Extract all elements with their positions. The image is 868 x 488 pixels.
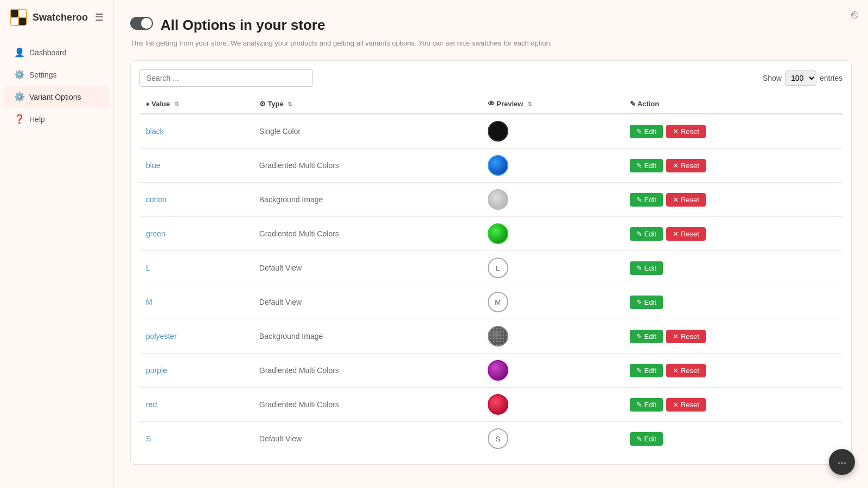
edit-button[interactable]: ✎ Edit (630, 159, 663, 172)
app-name: Swatcheroo (33, 12, 88, 23)
edit-button[interactable]: ✎ Edit (630, 364, 663, 377)
reset-button[interactable]: ✕ Reset (666, 330, 706, 343)
edit-icon: ✎ (636, 435, 642, 443)
edit-button[interactable]: ✎ Edit (630, 125, 663, 138)
reset-button[interactable]: ✕ Reset (666, 125, 706, 138)
swatch-circle (488, 121, 508, 142)
settings-icon: ⚙️ (14, 69, 25, 80)
sidebar: Swatcheroo ☰ 👤 Dashboard ⚙️ Settings ⚙️ … (0, 0, 114, 488)
swatch-circle: S (488, 428, 508, 449)
svg-rect-3 (11, 18, 18, 25)
table-row: redGradiented Multi Colors✎ Edit✕ Reset (139, 388, 843, 422)
col-preview: 👁 Preview ⇅ (481, 94, 623, 114)
value-cell: green (139, 217, 253, 251)
type-col-icon: ⚙ (259, 100, 268, 108)
action-cell: ✎ Edit✕ Reset (623, 114, 843, 149)
edit-button[interactable]: ✎ Edit (630, 432, 663, 446)
sidebar-item-label: Variant Options (29, 93, 81, 101)
value-col-icon: ♦ (146, 100, 151, 108)
preview-cell: L (481, 251, 623, 285)
action-col-icon: ✎ (630, 100, 637, 108)
swatch-circle (488, 360, 508, 381)
reset-button[interactable]: ✕ Reset (666, 398, 706, 412)
type-cell: Single Color (253, 114, 481, 149)
reset-icon: ✕ (673, 332, 679, 341)
reset-button[interactable]: ✕ Reset (666, 159, 706, 172)
action-cell: ✎ Edit✕ Reset (623, 319, 843, 354)
reset-button[interactable]: ✕ Reset (666, 193, 706, 207)
edit-button[interactable]: ✎ Edit (630, 261, 663, 275)
table-container: Show 100 50 25 10 entries ♦ Value ⇅ (130, 60, 852, 465)
edit-icon: ✎ (636, 230, 642, 238)
type-cell: Gradiented Multi Colors (253, 217, 481, 251)
edit-button[interactable]: ✎ Edit (630, 193, 663, 207)
sidebar-header: Swatcheroo ☰ (0, 0, 113, 35)
sidebar-item-label: Help (29, 115, 45, 124)
table-row: blueGradiented Multi Colors✎ Edit✕ Reset (139, 149, 843, 183)
action-cell: ✎ Edit✕ Reset (623, 183, 843, 217)
edit-icon: ✎ (636, 367, 642, 375)
action-cell: ✎ Edit✕ Reset (623, 217, 843, 251)
page-subtitle: This list getting from your store. We an… (130, 39, 852, 47)
reset-icon: ✕ (673, 162, 679, 170)
table-row: greenGradiented Multi Colors✎ Edit✕ Rese… (139, 217, 843, 251)
edit-button[interactable]: ✎ Edit (630, 398, 663, 412)
value-sort-icon[interactable]: ⇅ (174, 101, 179, 107)
reset-button[interactable]: ✕ Reset (666, 364, 706, 377)
logout-icon[interactable]: ⎋ (851, 8, 858, 22)
dashboard-icon: 👤 (14, 47, 25, 57)
svg-point-6 (141, 18, 152, 29)
table-row: SDefault ViewS✎ Edit (139, 422, 843, 456)
swatch-circle (488, 155, 508, 176)
edit-icon: ✎ (636, 298, 642, 306)
reset-icon: ✕ (673, 196, 679, 204)
preview-cell (481, 319, 623, 354)
action-cell: ✎ Edit (623, 251, 843, 285)
table-row: cottonBackground Image✎ Edit✕ Reset (139, 183, 843, 217)
sidebar-nav: 👤 Dashboard ⚙️ Settings ⚙️ Variant Optio… (0, 35, 113, 488)
preview-cell (481, 388, 623, 422)
edit-button[interactable]: ✎ Edit (630, 330, 663, 343)
col-value: ♦ Value ⇅ (139, 94, 253, 114)
table-row: polyesterBackground Image✎ Edit✕ Reset (139, 319, 843, 354)
edit-icon: ✎ (636, 162, 642, 170)
table-controls: Show 100 50 25 10 entries (139, 69, 843, 87)
table-row: blackSingle Color✎ Edit✕ Reset (139, 114, 843, 149)
edit-icon: ✎ (636, 332, 642, 341)
show-label: Show (763, 74, 782, 82)
sidebar-item-label: Settings (29, 70, 57, 79)
entries-select[interactable]: 100 50 25 10 (785, 70, 816, 86)
edit-icon: ✎ (636, 127, 642, 136)
svg-rect-4 (19, 18, 26, 25)
search-input[interactable] (139, 69, 313, 87)
variant-options-icon: ⚙️ (14, 92, 25, 102)
action-cell: ✎ Edit✕ Reset (623, 388, 843, 422)
sidebar-item-settings[interactable]: ⚙️ Settings (4, 64, 109, 85)
value-cell: red (139, 388, 253, 422)
hamburger-icon[interactable]: ☰ (95, 11, 104, 23)
preview-sort-icon[interactable]: ⇅ (527, 101, 532, 107)
type-sort-icon[interactable]: ⇅ (288, 101, 292, 107)
action-cell: ✎ Edit✕ Reset (623, 354, 843, 388)
svg-rect-2 (19, 10, 26, 17)
preview-cell (481, 114, 623, 149)
sidebar-item-dashboard[interactable]: 👤 Dashboard (4, 42, 109, 63)
col-type: ⚙ Type ⇅ (253, 94, 481, 114)
value-cell: purple (139, 354, 253, 388)
edit-button[interactable]: ✎ Edit (630, 296, 663, 309)
value-cell: polyester (139, 319, 253, 354)
table-row: purpleGradiented Multi Colors✎ Edit✕ Res… (139, 354, 843, 388)
edit-icon: ✎ (636, 196, 642, 204)
swatch-circle (488, 394, 508, 415)
table-row: LDefault ViewL✎ Edit (139, 251, 843, 285)
edit-button[interactable]: ✎ Edit (630, 227, 663, 241)
preview-cell (481, 217, 623, 251)
sidebar-item-help[interactable]: ❓ Help (4, 108, 109, 130)
type-cell: Gradiented Multi Colors (253, 149, 481, 183)
action-cell: ✎ Edit (623, 422, 843, 456)
action-cell: ✎ Edit✕ Reset (623, 149, 843, 183)
reset-button[interactable]: ✕ Reset (666, 227, 706, 241)
chat-bubble[interactable]: ··· (829, 449, 855, 475)
sidebar-item-variant-options[interactable]: ⚙️ Variant Options (4, 86, 109, 107)
show-entries: Show 100 50 25 10 entries (763, 70, 843, 86)
